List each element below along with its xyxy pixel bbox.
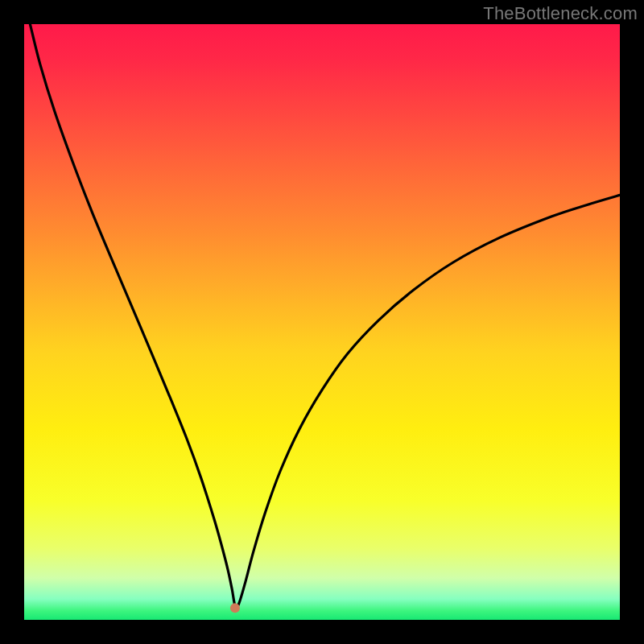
gradient-background [24,24,620,620]
chart-container: TheBottleneck.com [0,0,644,644]
watermark-text: TheBottleneck.com [483,3,638,24]
chart-svg [24,24,620,620]
optimum-marker [230,603,240,613]
plot-area [24,24,620,620]
